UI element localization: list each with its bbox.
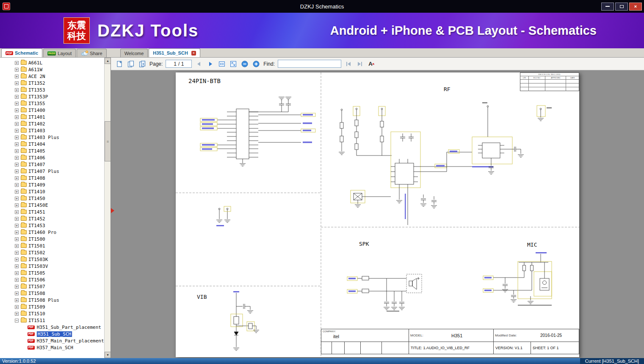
expand-icon[interactable]: + bbox=[15, 156, 19, 160]
tree-pdf-item[interactable]: PDFH357_Main_SCH bbox=[15, 344, 103, 351]
tree-pdf-item[interactable]: PDFH351_Sub_Part_placement bbox=[15, 324, 103, 331]
expand-icon[interactable]: + bbox=[15, 271, 19, 275]
maximize-button[interactable] bbox=[615, 3, 628, 11]
tree-folder-item[interactable]: +IT1402 bbox=[15, 120, 103, 127]
expand-icon[interactable]: + bbox=[15, 197, 19, 200]
expand-icon[interactable]: + bbox=[15, 176, 19, 180]
expand-icon[interactable]: + bbox=[15, 305, 19, 309]
tree-folder-item[interactable]: +IT1352 bbox=[15, 80, 103, 86]
find-input[interactable] bbox=[278, 60, 341, 68]
expand-icon[interactable]: + bbox=[15, 203, 19, 207]
tree-folder-item[interactable]: +IT1450 bbox=[15, 195, 103, 202]
expand-icon[interactable]: + bbox=[15, 136, 19, 139]
tree-folder-item[interactable]: +IT1353P bbox=[15, 93, 103, 100]
tree-folder-item[interactable]: +IT1506 bbox=[15, 276, 103, 283]
expand-icon[interactable]: + bbox=[15, 237, 19, 241]
tree-folder-item[interactable]: +IT1403 bbox=[15, 127, 103, 134]
tree-folder-item[interactable]: +A661L bbox=[15, 59, 103, 66]
expand-icon[interactable]: + bbox=[15, 190, 19, 194]
tree-pdf-item[interactable]: PDFH357_Main_Part_placement bbox=[15, 337, 103, 344]
two-page-icon[interactable] bbox=[127, 60, 135, 68]
find-next-button[interactable] bbox=[356, 60, 364, 68]
scroll-up-icon[interactable]: ▲ bbox=[105, 58, 111, 64]
expand-icon[interactable]: + bbox=[15, 115, 19, 119]
tree-folder-item[interactable]: +IT1401 bbox=[15, 114, 103, 120]
sidebar-collapse-icon[interactable] bbox=[111, 208, 114, 213]
tree-folder-item[interactable]: +A611W bbox=[15, 66, 103, 73]
tree-folder-item[interactable]: +IT1450E bbox=[15, 202, 103, 208]
page-input[interactable]: 1 / 1 bbox=[166, 60, 192, 68]
tree-folder-item[interactable]: +IT1407 bbox=[15, 161, 103, 168]
font-size-button[interactable]: Aa bbox=[367, 60, 376, 68]
expand-icon[interactable]: + bbox=[15, 183, 19, 187]
expand-icon[interactable]: + bbox=[15, 285, 19, 289]
collapse-icon[interactable]: − bbox=[15, 319, 19, 322]
tree-folder-item[interactable]: +IT1355 bbox=[15, 100, 103, 107]
expand-icon[interactable]: + bbox=[15, 88, 19, 92]
tree-folder-item[interactable]: +IT1408 bbox=[15, 175, 103, 181]
tree-folder-item[interactable]: +IT1502 bbox=[15, 249, 103, 256]
tree-folder-item[interactable]: +IT1353 bbox=[15, 86, 103, 93]
tab-welcome[interactable]: Welcome bbox=[120, 49, 148, 57]
tree-folder-item[interactable]: +IT1400 bbox=[15, 107, 103, 114]
expand-icon[interactable]: + bbox=[15, 81, 19, 85]
tab-share[interactable]: Share bbox=[77, 49, 106, 57]
next-page-button[interactable] bbox=[206, 60, 215, 68]
tree-folder-item[interactable]: +IT1500 bbox=[15, 236, 103, 242]
scroll-down-icon[interactable]: ▼ bbox=[105, 352, 111, 358]
document-canvas[interactable]: 24PIN-BTB RF SPK MIC VIB REVISION RECORD… bbox=[111, 70, 644, 358]
expand-icon[interactable]: + bbox=[15, 244, 19, 248]
single-page-icon[interactable] bbox=[115, 60, 124, 68]
tree-folder-item[interactable]: +IT1406 bbox=[15, 154, 103, 161]
expand-icon[interactable]: + bbox=[15, 102, 19, 106]
tree-folder-item[interactable]: +IT1501 bbox=[15, 242, 103, 249]
tree-folder-item[interactable]: +IT1509 bbox=[15, 303, 103, 310]
expand-icon[interactable]: + bbox=[15, 224, 19, 228]
tree-folder-item[interactable]: +IT1452 bbox=[15, 215, 103, 222]
tree-folder-item[interactable]: −IT1511 bbox=[15, 317, 103, 324]
tab-layout[interactable]: PADS Layout bbox=[43, 49, 76, 57]
expand-icon[interactable]: + bbox=[15, 210, 19, 214]
scrollbar-thumb[interactable]: ≡ bbox=[105, 121, 111, 161]
tree-folder-item[interactable]: +IT1404 bbox=[15, 141, 103, 147]
tree-folder-item[interactable]: +IT1453 bbox=[15, 222, 103, 229]
expand-icon[interactable]: + bbox=[15, 163, 19, 167]
expand-icon[interactable]: + bbox=[15, 278, 19, 282]
fit-width-button[interactable] bbox=[218, 60, 226, 68]
expand-icon[interactable]: + bbox=[15, 217, 19, 221]
expand-icon[interactable]: + bbox=[15, 298, 19, 302]
find-prev-button[interactable] bbox=[344, 60, 353, 68]
fit-page-button[interactable] bbox=[229, 60, 238, 68]
expand-icon[interactable]: + bbox=[15, 95, 19, 99]
expand-icon[interactable]: + bbox=[15, 312, 19, 316]
expand-icon[interactable]: + bbox=[15, 68, 19, 72]
expand-icon[interactable]: + bbox=[15, 169, 19, 173]
tree-folder-item[interactable]: +IT1503V bbox=[15, 263, 103, 270]
expand-icon[interactable]: + bbox=[15, 75, 19, 78]
tab-document[interactable]: H351_Sub_SCH × bbox=[149, 48, 200, 57]
tree-folder-item[interactable]: +IT1410 bbox=[15, 188, 103, 195]
tree-folder-item[interactable]: +IT1407 Plus bbox=[15, 168, 103, 175]
tree-folder-item[interactable]: +IT1409 bbox=[15, 181, 103, 188]
prev-page-button[interactable] bbox=[195, 60, 203, 68]
tree-folder-item[interactable]: +IT1505 bbox=[15, 270, 103, 276]
expand-icon[interactable]: + bbox=[15, 264, 19, 268]
expand-icon[interactable]: + bbox=[15, 129, 19, 133]
zoom-out-button[interactable] bbox=[240, 60, 249, 68]
tree-folder-item[interactable]: +IT1510 bbox=[15, 310, 103, 317]
minimize-button[interactable] bbox=[601, 3, 614, 11]
sidebar-scrollbar[interactable]: ▲ ≡ ▼ bbox=[104, 58, 111, 358]
expand-icon[interactable]: + bbox=[15, 231, 19, 234]
expand-icon[interactable]: + bbox=[15, 122, 19, 126]
tree-folder-item[interactable]: +IT1403 Plus bbox=[15, 134, 103, 141]
tree-folder-item[interactable]: +IT1508 Plus bbox=[15, 297, 103, 303]
tree-folder-item[interactable]: +IT1460 Pro bbox=[15, 229, 103, 236]
continuous-page-icon[interactable] bbox=[138, 60, 146, 68]
expand-icon[interactable]: + bbox=[15, 258, 19, 261]
tree-folder-item[interactable]: +IT1405 bbox=[15, 147, 103, 154]
expand-icon[interactable]: + bbox=[15, 149, 19, 153]
expand-icon[interactable]: + bbox=[15, 142, 19, 146]
tree-folder-item[interactable]: +ACE 2N bbox=[15, 73, 103, 80]
zoom-in-button[interactable] bbox=[252, 60, 260, 68]
tree-folder-item[interactable]: +IT1503K bbox=[15, 256, 103, 263]
